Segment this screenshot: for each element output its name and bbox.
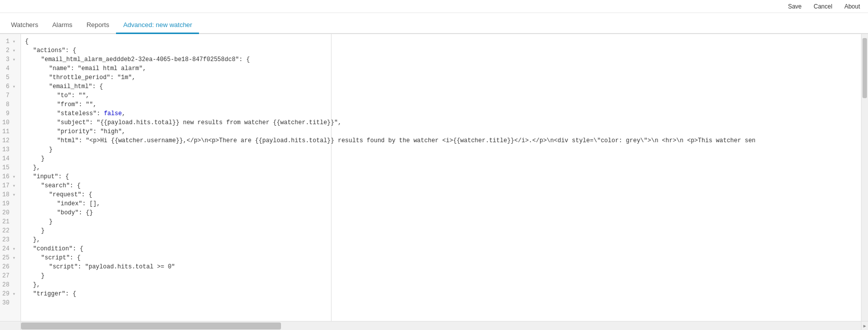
scrollbar-corner-left <box>0 321 21 330</box>
editor-container: 1▾2▾3▾456▾78910111213141516▾17▾18▾192021… <box>0 34 868 321</box>
vertical-scrollbar[interactable] <box>861 34 868 321</box>
line-number-28: 28 <box>0 280 20 289</box>
code-line-13: } <box>21 145 861 154</box>
code-line-16: "input": { <box>21 172 861 181</box>
code-line-14: } <box>21 154 861 163</box>
tab-reports[interactable]: Reports <box>80 17 116 34</box>
fold-button-16[interactable]: ▾ <box>12 174 16 179</box>
code-line-2: "actions": { <box>21 46 861 55</box>
line-number-6: 6▾ <box>0 82 20 91</box>
code-line-10: "subject": "{{payload.hits.total}} new r… <box>21 118 861 127</box>
line-number-25: 25▾ <box>0 253 20 262</box>
line-number-19: 19 <box>0 199 20 208</box>
code-line-6: "email_html": { <box>21 82 861 91</box>
line-number-4: 4 <box>0 64 20 73</box>
line-number-22: 22 <box>0 226 20 235</box>
horizontal-scrollbar-track[interactable] <box>21 321 861 330</box>
line-number-23: 23 <box>0 235 20 244</box>
line-number-1: 1▾ <box>0 37 20 46</box>
fold-button-1[interactable]: ▾ <box>12 39 16 44</box>
code-line-24: "condition": { <box>21 244 861 253</box>
line-number-30: 30 <box>0 298 20 307</box>
fold-button-25[interactable]: ▾ <box>12 255 16 260</box>
code-line-23: }, <box>21 235 861 244</box>
code-line-17: "search": { <box>21 181 861 190</box>
line-number-27: 27 <box>0 271 20 280</box>
line-number-26: 26 <box>0 262 20 271</box>
save-button[interactable]: Save <box>786 2 804 11</box>
code-line-4: "name": "email html alarm", <box>21 64 861 73</box>
line-number-18: 18▾ <box>0 190 20 199</box>
line-number-24: 24▾ <box>0 244 20 253</box>
code-line-21: } <box>21 217 861 226</box>
code-line-25: "script": { <box>21 253 861 262</box>
fold-button-18[interactable]: ▾ <box>12 192 16 197</box>
code-line-5: "throttle_period": "1m", <box>21 73 861 82</box>
cancel-button[interactable]: Cancel <box>812 2 834 11</box>
fold-button-2[interactable]: ▾ <box>12 48 16 53</box>
code-line-18: "request": { <box>21 190 861 199</box>
code-line-29: "trigger": { <box>21 289 861 298</box>
line-number-12: 12 <box>0 136 20 145</box>
fold-button-24[interactable]: ▾ <box>12 246 16 251</box>
code-line-1: { <box>21 37 861 46</box>
code-line-28: }, <box>21 280 861 289</box>
vertical-divider <box>331 34 332 321</box>
scrollbar-thumb-horizontal[interactable] <box>21 322 281 329</box>
line-number-13: 13 <box>0 145 20 154</box>
nav-tabs: Watchers Alarms Reports Advanced: new wa… <box>0 13 868 34</box>
line-number-29: 29▾ <box>0 289 20 298</box>
line-number-16: 16▾ <box>0 172 20 181</box>
line-number-15: 15 <box>0 163 20 172</box>
code-line-19: "index": [], <box>21 199 861 208</box>
code-line-11: "priority": "high", <box>21 127 861 136</box>
code-line-22: } <box>21 226 861 235</box>
code-line-20: "body": {} <box>21 208 861 217</box>
line-number-3: 3▾ <box>0 55 20 64</box>
about-button[interactable]: About <box>842 2 862 11</box>
line-number-14: 14 <box>0 154 20 163</box>
fold-button-3[interactable]: ▾ <box>12 57 16 62</box>
line-number-7: 7 <box>0 91 20 100</box>
line-number-5: 5 <box>0 73 20 82</box>
line-numbers: 1▾2▾3▾456▾78910111213141516▾17▾18▾192021… <box>0 34 21 321</box>
line-number-2: 2▾ <box>0 46 20 55</box>
scrollbar-thumb-vertical[interactable] <box>862 38 867 98</box>
tab-watchers[interactable]: Watchers <box>4 17 45 34</box>
line-number-11: 11 <box>0 127 20 136</box>
top-bar: Save Cancel About <box>0 0 868 13</box>
bottom-bar: ► <box>0 321 868 330</box>
fold-button-29[interactable]: ▾ <box>12 291 16 296</box>
tab-advanced[interactable]: Advanced: new watcher <box>116 17 199 34</box>
code-line-30 <box>21 298 861 307</box>
code-line-7: "to": "", <box>21 91 861 100</box>
code-line-15: }, <box>21 163 861 172</box>
code-line-8: "from": "", <box>21 100 861 109</box>
code-line-27: } <box>21 271 861 280</box>
line-number-9: 9 <box>0 109 20 118</box>
line-number-10: 10 <box>0 118 20 127</box>
line-number-21: 21 <box>0 217 20 226</box>
code-line-3: "email_html_alarm_aedddeb2-32ea-4065-be1… <box>21 55 861 64</box>
code-content[interactable]: {"actions": {"email_html_alarm_aedddeb2-… <box>21 34 861 321</box>
fold-button-17[interactable]: ▾ <box>12 183 16 188</box>
line-number-8: 8 <box>0 100 20 109</box>
tab-alarms[interactable]: Alarms <box>45 17 79 34</box>
code-line-9: "stateless": false, <box>21 109 861 118</box>
scrollbar-right-arrow[interactable]: ► <box>861 321 868 330</box>
fold-button-6[interactable]: ▾ <box>12 84 16 89</box>
code-line-26: "script": "payload.hits.total >= 0" <box>21 262 861 271</box>
line-number-17: 17▾ <box>0 181 20 190</box>
line-number-20: 20 <box>0 208 20 217</box>
code-line-12: "html": "<p>Hi {{watcher.username}},</p>… <box>21 136 861 145</box>
